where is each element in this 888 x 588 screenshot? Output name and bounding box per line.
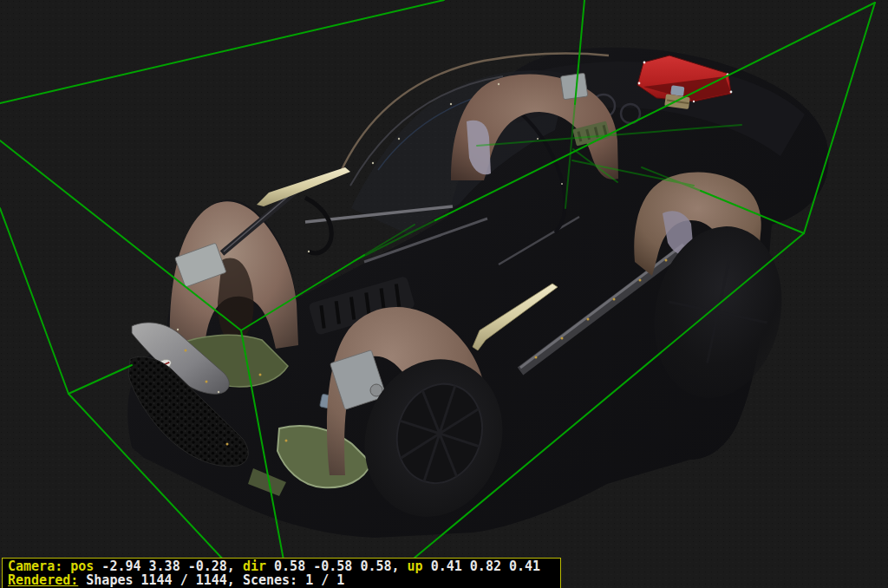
hud-camera-line: Camera: pos -2.94 3.38 -0.28, dir 0.58 -… xyxy=(8,559,560,573)
render-canvas xyxy=(0,0,888,588)
arch-plate-gray xyxy=(560,73,587,100)
camera-hud: Camera: pos -2.94 3.38 -0.28, dir 0.58 -… xyxy=(2,558,561,588)
rendered-label: Rendered: xyxy=(8,572,78,588)
viewport-3d[interactable]: Camera: pos -2.94 3.38 -0.28, dir 0.58 -… xyxy=(0,0,888,588)
camera-up-label: up xyxy=(408,559,423,574)
rendered-stats: Shapes 1144 / 1144, Scenes: 1 / 1 xyxy=(78,572,344,588)
camera-up-value: 0.41 0.82 0.41 xyxy=(423,559,540,574)
hud-rendered-line: Rendered: Shapes 1144 / 1144, Scenes: 1 … xyxy=(8,573,560,587)
